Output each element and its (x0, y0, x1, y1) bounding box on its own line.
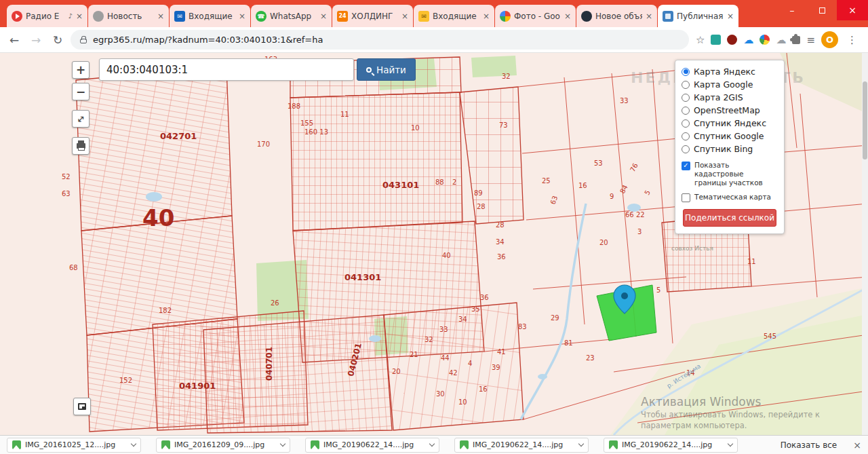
window-controls: – × (777, 0, 868, 20)
radio-icon (682, 81, 690, 89)
tab-close-icon[interactable]: × (76, 12, 83, 20)
profile-avatar[interactable]: O (821, 31, 838, 48)
map-area: НЕДВИЖИМОСТЬ 042701400431010413010419010… (0, 53, 868, 435)
close-downloads-bar-icon[interactable]: × (853, 440, 861, 451)
tab-photos[interactable]: Фото - Goo × (495, 5, 576, 27)
tab-news[interactable]: Новость × (88, 5, 169, 27)
reload-button[interactable]: ↻ (49, 33, 66, 47)
tab-title: Радио Е (26, 12, 65, 21)
search-button[interactable]: Найти (357, 58, 416, 81)
layers-panel: Карта Яндекс Карта Google Карта 2GIS Ope… (675, 60, 785, 234)
thematic-map-checkbox[interactable]: Тематическая карта (682, 193, 778, 202)
layer-label: Карта Google (694, 79, 753, 90)
radio-icon (682, 145, 690, 153)
tab-close-icon[interactable]: × (727, 12, 734, 20)
show-all-downloads-button[interactable]: Показать все (781, 440, 837, 450)
tab-close-icon[interactable]: × (646, 12, 652, 20)
download-filename: IMG_20161025_12....jpg (25, 440, 127, 449)
download-item[interactable]: IMG_20161209_09....jpg (156, 438, 290, 453)
downloads-bar: IMG_20161025_12....jpg IMG_20161209_09..… (0, 435, 868, 454)
share-link-button[interactable]: Поделиться ссылкой (683, 209, 776, 227)
restore-button[interactable] (807, 0, 837, 20)
reading-list-icon[interactable]: ≡ (806, 34, 815, 46)
tab-public-cadastral-map[interactable]: Публичная × (658, 5, 738, 27)
photos-favicon (500, 11, 511, 22)
image-file-icon (161, 440, 170, 449)
news-favicon (93, 11, 104, 22)
layer-option-google-map[interactable]: Карта Google (682, 78, 778, 91)
address-bar[interactable]: egrp365.ru/map/?kadnum=40:03:040103:1&re… (71, 30, 689, 50)
image-file-icon (311, 440, 319, 449)
print-button[interactable] (72, 137, 90, 155)
checkbox-label: Показать кадастровые границы участков (694, 161, 778, 187)
search-icon (366, 67, 372, 73)
radio-favicon (12, 11, 22, 22)
extension-icon[interactable] (727, 35, 737, 45)
url-text[interactable]: egrp365.ru/map/?kadnum=40:03:040103:1&re… (93, 35, 323, 45)
bookmark-star-icon[interactable]: ☆ (696, 34, 705, 46)
cadastral-number-input[interactable] (99, 58, 354, 81)
layer-label: OpenStreetMap (694, 105, 760, 115)
image-file-icon (460, 440, 469, 449)
tab-close-icon[interactable]: × (564, 12, 571, 20)
search-button-label: Найти (376, 64, 406, 75)
layer-option-osm[interactable]: OpenStreetMap (682, 104, 778, 117)
scrollbar-thumb[interactable] (863, 81, 867, 159)
tab-close-icon[interactable]: × (157, 12, 164, 20)
cloud-extension-icon[interactable]: ☁ (776, 34, 786, 46)
extension-icon[interactable] (760, 35, 770, 45)
layer-label: Карта Яндекс (694, 67, 755, 77)
chevron-down-icon[interactable] (728, 441, 733, 447)
forward-button[interactable]: → (27, 33, 45, 47)
checkbox-checked-icon: ✓ (682, 162, 690, 170)
cloud-extension-icon[interactable]: ☁ (743, 34, 753, 46)
download-filename: IMG_20190622_14....jpg (323, 440, 426, 449)
layer-option-yandex-map[interactable]: Карта Яндекс (682, 65, 778, 78)
browser-window: Радио Е ♪ × Новость × ✉ Входящие × ☎ Wha… (0, 0, 868, 454)
tab-title: Входящие ( (433, 12, 479, 21)
chevron-down-icon[interactable] (578, 441, 584, 447)
download-item[interactable]: IMG_20161025_12....jpg (7, 438, 141, 453)
tab-inbox-blue[interactable]: ✉ Входящие × (170, 5, 250, 27)
tab-inbox-yellow[interactable]: ✉ Входящие ( × (414, 5, 494, 27)
chevron-down-icon[interactable] (131, 441, 136, 447)
downloads-bar-actions: Показать все × (781, 440, 861, 451)
fullscreen-button[interactable]: ↔ (72, 110, 90, 128)
minimize-button[interactable]: – (777, 0, 807, 20)
tab-close-icon[interactable]: × (320, 12, 327, 20)
tab-title: Входящие (189, 12, 235, 21)
close-button[interactable]: × (837, 0, 868, 20)
download-item[interactable]: IMG_20190622_14....jpg (604, 438, 738, 453)
zoom-in-button[interactable]: + (72, 61, 90, 79)
tab-radio[interactable]: Радио Е ♪ × (7, 5, 87, 27)
tab-title: ХОЛДИНГ (351, 12, 398, 21)
extension-icon[interactable] (711, 35, 721, 45)
download-item[interactable]: IMG_20190622_14....jpg (454, 438, 589, 453)
tab-close-icon[interactable]: × (239, 12, 245, 20)
download-filename: IMG_20190622_14....jpg (622, 440, 724, 449)
layer-option-bing-satellite[interactable]: Спутник Bing (682, 143, 778, 155)
download-item[interactable]: IMG_20190622_14....jpg (305, 438, 439, 453)
tab-close-icon[interactable]: × (483, 12, 490, 20)
chevron-down-icon[interactable] (429, 441, 435, 447)
tab-new-ad[interactable]: Новое объя × (576, 5, 657, 27)
tab-close-icon[interactable]: × (401, 12, 408, 20)
back-button[interactable]: ← (5, 33, 23, 47)
layer-option-google-satellite[interactable]: Спутник Google (682, 130, 778, 143)
cadastral-borders-checkbox[interactable]: ✓ Показать кадастровые границы участков (682, 161, 778, 187)
legend-button[interactable] (73, 398, 91, 415)
dark-favicon (581, 11, 592, 22)
browser-menu-icon[interactable]: ⋮ (844, 34, 860, 46)
zoom-out-button[interactable]: − (72, 83, 90, 100)
watermark-line: Чтобы активировать Windows, перейдите к (641, 410, 820, 419)
layer-option-2gis-map[interactable]: Карта 2GIS (682, 91, 778, 104)
tab-whatsapp[interactable]: ☎ WhatsApp × (251, 5, 332, 27)
layer-option-yandex-satellite[interactable]: Спутник Яндекс (682, 117, 778, 130)
download-filename: IMG_20190622_14....jpg (473, 440, 575, 449)
extensions-puzzle-icon[interactable] (792, 36, 800, 44)
printer-icon (77, 143, 85, 149)
tab-holding[interactable]: 24 ХОЛДИНГ × (332, 5, 413, 27)
page-scrollbar[interactable] (862, 53, 868, 435)
tab-title: Публичная (677, 12, 724, 21)
chevron-down-icon[interactable] (280, 441, 285, 447)
